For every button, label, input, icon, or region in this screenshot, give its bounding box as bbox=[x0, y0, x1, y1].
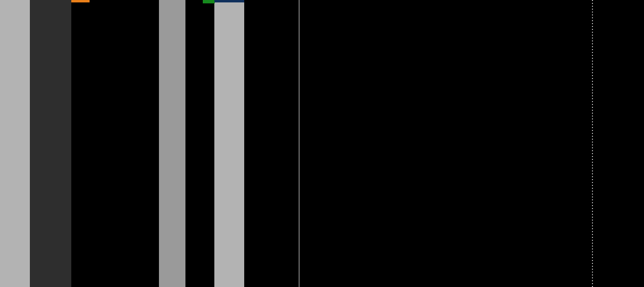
chart-dotted-guide bbox=[592, 0, 593, 287]
weekly-strip-bg bbox=[159, 0, 185, 287]
ma-column-bg bbox=[185, 0, 214, 287]
price-column-2-bg bbox=[214, 0, 244, 287]
marker-columns-bg bbox=[30, 0, 71, 287]
top-orange-fragment bbox=[71, 0, 90, 2]
label-area-bg bbox=[71, 0, 159, 287]
price-column-1-bg bbox=[0, 0, 30, 287]
top-green-fragment bbox=[203, 0, 215, 3]
chart-vertical-separator bbox=[299, 0, 300, 287]
top-navy-fragment bbox=[214, 0, 244, 2]
chart-area-bg bbox=[244, 0, 644, 287]
trading-board bbox=[0, 0, 644, 287]
